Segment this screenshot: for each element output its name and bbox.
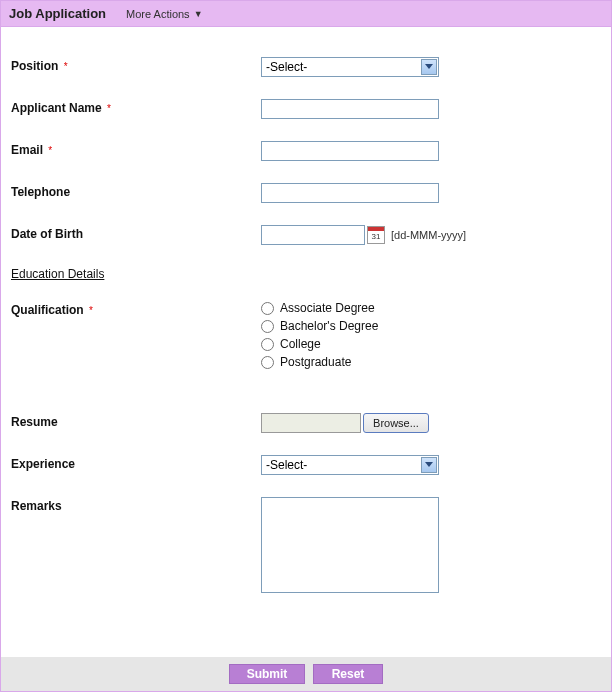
label-email: Email * (11, 141, 261, 160)
date-format-hint: [dd-MMM-yyyy] (391, 229, 466, 241)
radio-input[interactable] (261, 356, 274, 369)
qualification-option-postgraduate[interactable]: Postgraduate (261, 355, 601, 369)
browse-button[interactable]: Browse... (363, 413, 429, 433)
required-mark: * (64, 61, 68, 72)
position-select-value: -Select- (262, 60, 421, 74)
label-applicant-name: Applicant Name * (11, 99, 261, 118)
experience-select-value: -Select- (262, 458, 421, 472)
row-position: Position * -Select- (11, 57, 601, 77)
label-remarks: Remarks (11, 497, 261, 515)
dob-field[interactable] (261, 225, 365, 245)
calendar-icon[interactable]: 31 (367, 226, 385, 244)
submit-button[interactable]: Submit (229, 664, 305, 684)
job-application-form: Job Application More Actions ▼ Position … (0, 0, 612, 692)
more-actions-menu[interactable]: More Actions ▼ (126, 8, 203, 20)
email-field[interactable] (261, 141, 439, 161)
resume-file-display (261, 413, 361, 433)
experience-select[interactable]: -Select- (261, 455, 439, 475)
form-footer: Submit Reset (1, 657, 611, 691)
row-remarks: Remarks (11, 497, 601, 596)
telephone-field[interactable] (261, 183, 439, 203)
applicant-name-field[interactable] (261, 99, 439, 119)
reset-button[interactable]: Reset (313, 664, 383, 684)
radio-input[interactable] (261, 302, 274, 315)
row-dob: Date of Birth 31 [dd-MMM-yyyy] (11, 225, 601, 245)
row-experience: Experience -Select- (11, 455, 601, 475)
label-experience: Experience (11, 455, 261, 473)
chevron-down-icon (421, 457, 437, 473)
position-select[interactable]: -Select- (261, 57, 439, 77)
label-resume: Resume (11, 413, 261, 431)
qualification-option-college[interactable]: College (261, 337, 601, 351)
row-applicant-name: Applicant Name * (11, 99, 601, 119)
radio-input[interactable] (261, 320, 274, 333)
label-dob: Date of Birth (11, 225, 261, 243)
row-email: Email * (11, 141, 601, 161)
form-body: Position * -Select- Applicant Name * (1, 27, 611, 628)
row-qualification: Qualification * Associate Degree Bachelo… (11, 301, 601, 373)
dropdown-arrow-icon: ▼ (194, 9, 203, 19)
page-title: Job Application (9, 6, 106, 21)
chevron-down-icon (421, 59, 437, 75)
form-header: Job Application More Actions ▼ (1, 1, 611, 27)
required-mark: * (89, 305, 93, 316)
row-resume: Resume Browse... (11, 413, 601, 433)
radio-input[interactable] (261, 338, 274, 351)
required-mark: * (48, 145, 52, 156)
label-qualification: Qualification * (11, 301, 261, 320)
row-telephone: Telephone (11, 183, 601, 203)
label-position: Position * (11, 57, 261, 76)
label-telephone: Telephone (11, 183, 261, 201)
required-mark: * (107, 103, 111, 114)
education-details-heading: Education Details (11, 267, 601, 281)
more-actions-label: More Actions (126, 8, 190, 20)
qualification-option-bachelor[interactable]: Bachelor's Degree (261, 319, 601, 333)
qualification-option-associate[interactable]: Associate Degree (261, 301, 601, 315)
remarks-field[interactable] (261, 497, 439, 593)
